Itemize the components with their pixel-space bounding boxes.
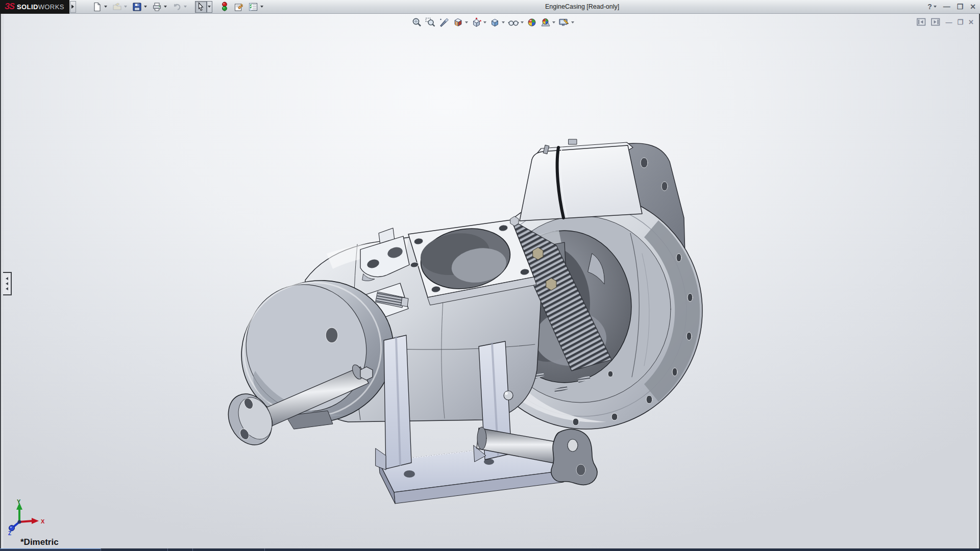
pane-collapse-right-icon[interactable] [931,18,940,26]
view-settings-icon [558,17,570,28]
taskbar-segment [101,548,167,551]
window-frame-right-inner [977,14,979,551]
close-button[interactable]: ✕ [970,1,976,12]
titlebar: ЗS SOLIDWORKS [0,0,980,14]
window-title: EngineCasing [Read-only] [545,3,619,10]
minimize-button[interactable]: — [943,1,950,12]
triad-z-label: Z [8,531,11,536]
zoom-to-fit-icon [411,17,422,28]
save-icon [132,2,142,12]
rebuild-stoplight-icon [221,2,228,12]
help-button[interactable]: ? [927,1,932,12]
options-button[interactable] [248,1,259,13]
collapse-arrow-icon [6,287,8,290]
document-window-controls: — ❐ ✕ [917,18,974,26]
taskbar-segment [192,548,264,551]
feature-manager-collapsed-tab[interactable] [3,272,12,295]
options-icon [248,2,258,12]
zoom-to-area-icon [425,17,436,28]
view-orientation-label: *Dimetric [20,537,59,547]
taskbar-segment [167,548,192,551]
select-button[interactable] [195,1,207,13]
edit-appearance-button[interactable] [527,17,537,28]
print-button[interactable] [151,1,163,13]
doc-minimize-button[interactable]: — [945,18,952,26]
view-orientation-dropdown[interactable] [483,21,486,23]
undo-icon [172,2,182,12]
new-document-dropdown[interactable] [103,1,109,13]
hide-show-items-icon [508,17,519,28]
solidworks-logo-mark-icon: ЗS [5,2,14,11]
doc-restore-button[interactable]: ❐ [957,18,963,26]
apply-scene-button[interactable] [540,17,551,28]
undo-dropdown[interactable] [183,1,188,13]
section-view-icon [453,17,463,28]
graphics-area[interactable]: — ❐ ✕ [0,14,980,551]
previous-view-button[interactable] [439,17,450,28]
main-toolbar [91,1,267,13]
solidworks-logo: ЗS SOLIDWORKS [0,0,69,14]
help-dropdown-icon[interactable] [934,6,937,8]
previous-view-icon [439,17,450,28]
select-dropdown[interactable] [207,1,212,13]
save-dropdown[interactable] [143,1,149,13]
section-view-dropdown[interactable] [465,21,468,23]
open-button[interactable] [111,1,123,13]
select-cursor-icon [197,2,205,11]
open-icon [112,2,122,12]
triad-z-ball-icon [9,525,15,531]
file-properties-icon [234,2,244,12]
print-icon [152,2,162,12]
restore-button[interactable]: ❐ [957,1,964,12]
wordmark-bold: SOLID [17,3,38,11]
open-dropdown[interactable] [123,1,129,13]
view-orientation-icon [471,17,482,28]
options-dropdown[interactable] [259,1,265,13]
file-properties-button[interactable] [233,1,245,13]
taskbar-segment [264,548,980,551]
apply-scene-icon [540,17,551,28]
menu-expand-arrow-icon [71,5,74,9]
view-settings-dropdown[interactable] [571,21,574,23]
hide-show-items-button[interactable] [508,17,519,28]
undo-button[interactable] [171,1,183,13]
solidworks-wordmark: SOLIDWORKS [17,3,64,11]
window-controls: ? — ❐ ✕ [927,1,976,12]
doc-close-button[interactable]: ✕ [968,18,974,26]
view-settings-button[interactable] [558,17,570,28]
print-dropdown[interactable] [163,1,168,13]
rebuild-button[interactable] [219,1,231,13]
display-style-button[interactable] [489,17,500,28]
model-canvas[interactable] [0,14,980,551]
zoom-to-area-button[interactable] [425,17,436,28]
hide-show-items-dropdown[interactable] [521,21,524,23]
wordmark-light: WORKS [38,3,64,11]
apply-scene-dropdown[interactable] [552,21,555,23]
menu-expand-button[interactable] [70,1,76,13]
edit-appearance-icon [527,17,537,28]
taskbar-segment [0,548,101,551]
model-top-cover[interactable] [520,139,642,221]
taskbar-edge [0,548,980,551]
section-view-button[interactable] [453,17,463,28]
triad-x-arrow-icon [32,518,39,524]
display-style-dropdown[interactable] [502,21,505,23]
collapse-arrow-icon [6,277,8,280]
collapse-arrow-icon [6,282,8,285]
new-document-icon [92,2,102,12]
new-document-button[interactable] [91,1,103,13]
zoom-to-fit-button[interactable] [411,17,422,28]
triad-x-label: X [41,518,45,524]
view-orientation-button[interactable] [471,17,482,28]
triad-y-label: Y [17,498,21,505]
heads-up-view-toolbar [411,17,574,28]
pane-collapse-left-icon[interactable] [917,18,926,26]
display-style-icon [489,17,500,28]
save-button[interactable] [131,1,143,13]
